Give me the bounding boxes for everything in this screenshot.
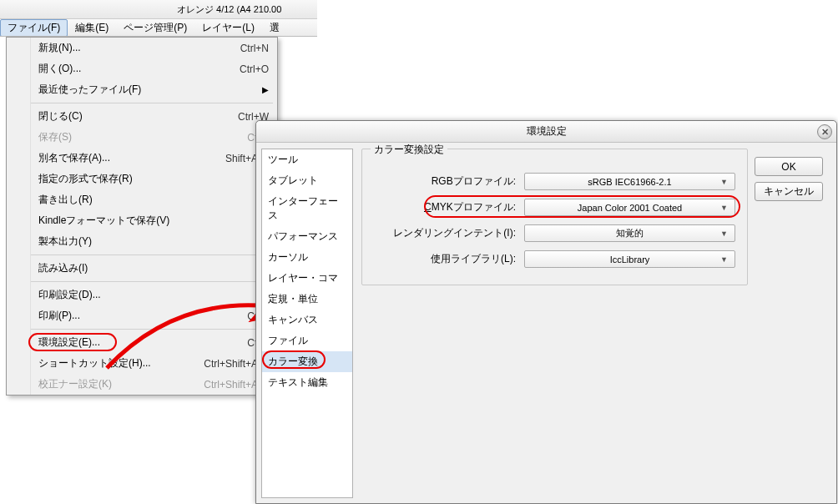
setting-label: レンダリングインテント(I): (374, 226, 516, 240)
category-item-6[interactable]: 定規・単位 (262, 289, 352, 310)
menu-item-8[interactable]: 書き出し(R) (30, 189, 277, 210)
menu-item-label: ショートカット設定(H)... (38, 356, 204, 370)
fieldset-legend: カラー変換設定 (371, 143, 447, 157)
category-item-10[interactable]: テキスト編集 (262, 372, 352, 393)
menu-item-label: 印刷設定(D)... (38, 288, 269, 302)
menu-item-10[interactable]: 製本出力(Y) (30, 231, 277, 252)
window-title: オレンジ 4/12 (A4 210.00 (177, 3, 281, 16)
menu-item-label: Kindleフォーマットで保存(V) (38, 214, 269, 228)
menu-item-14[interactable]: 印刷設定(D)... (30, 285, 277, 305)
combo-value: 知覚的 (616, 227, 644, 239)
menu-item-2[interactable]: 最近使ったファイル(F)▶ (30, 79, 277, 100)
setting-row-0: RGBプロファイル:sRGB IEC61966-2.1▼ (374, 173, 735, 190)
menubar-item-4[interactable]: 選 (262, 19, 287, 37)
category-item-2[interactable]: インターフェース (262, 191, 352, 226)
menu-separator (30, 281, 273, 282)
chevron-down-icon: ▼ (720, 204, 728, 212)
setting-label: RGBプロファイル: (374, 174, 516, 189)
menu-item-label: 保存(S) (38, 130, 247, 144)
menu-item-5: 保存(S)Ctrl+ (30, 127, 277, 148)
menu-item-label: 校正ナー設定(K) (38, 377, 204, 391)
annotation-highlight (262, 350, 326, 369)
menubar-item-0[interactable]: ファイル(F) (0, 19, 68, 37)
ok-label: OK (781, 161, 795, 173)
menu-item-15[interactable]: 印刷(P)...Ctrl+ (30, 305, 277, 326)
chevron-down-icon: ▼ (720, 229, 728, 238)
menu-item-19: 校正ナー設定(K)Ctrl+Shift+Alt+ (30, 374, 277, 395)
file-menu-dropdown: 新規(N)...Ctrl+N開く(O)...Ctrl+O最近使ったファイル(F)… (6, 37, 278, 396)
menubar-item-1[interactable]: 編集(E) (68, 19, 116, 37)
category-item-7[interactable]: キャンバス (262, 310, 352, 330)
setting-row-1: CMYKプロファイル:Japan Color 2001 Coated▼ (374, 199, 735, 216)
menubar-item-3[interactable]: レイヤー(L) (194, 19, 262, 37)
cancel-label: キャンセル (764, 184, 814, 199)
menu-separator (30, 103, 273, 103)
menu-item-12[interactable]: 読み込み(I) (30, 258, 277, 279)
color-conversion-fieldset: カラー変換設定 RGBプロファイル:sRGB IEC61966-2.1▼CMYK… (361, 149, 748, 285)
category-item-4[interactable]: カーソル (262, 247, 352, 268)
setting-combo-3[interactable]: IccLibrary▼ (524, 250, 735, 268)
menu-item-shortcut: Ctrl+N (240, 43, 269, 54)
category-item-8[interactable]: ファイル (262, 330, 352, 351)
category-item-0[interactable]: ツール (262, 149, 352, 170)
menu-item-label: 製本出力(Y) (38, 234, 269, 249)
dialog-close-button[interactable]: ✕ (817, 124, 832, 139)
category-item-1[interactable]: タブレット (262, 170, 352, 191)
menu-item-6[interactable]: 別名で保存(A)...Shift+Alt+ (30, 148, 277, 169)
cancel-button[interactable]: キャンセル (755, 182, 823, 201)
menu-item-label: 読み込み(I) (38, 261, 269, 275)
ok-button[interactable]: OK (755, 157, 823, 176)
combo-value: Japan Color 2001 Coated (578, 203, 682, 213)
category-list: ツールタブレットインターフェースパフォーマンスカーソルレイヤー・コマ定規・単位キ… (261, 149, 353, 498)
menu-item-17[interactable]: 環境設定(E)...Ctrl+ (30, 332, 277, 353)
window-title-bar: オレンジ 4/12 (A4 210.00 (0, 0, 317, 18)
category-item-3[interactable]: パフォーマンス (262, 226, 352, 247)
setting-row-3: 使用ライブラリ(L):IccLibrary▼ (374, 250, 735, 268)
setting-label: CMYKプロファイル: (374, 200, 516, 214)
chevron-down-icon: ▼ (720, 255, 728, 264)
dialog-title: 環境設定 (527, 124, 567, 139)
menubar-item-2[interactable]: ページ管理(P) (116, 19, 194, 37)
settings-panel: カラー変換設定 RGBプロファイル:sRGB IEC61966-2.1▼CMYK… (358, 149, 831, 498)
category-item-9[interactable]: カラー変換 (262, 351, 352, 372)
menu-item-1[interactable]: 開く(O)...Ctrl+O (30, 58, 277, 79)
menu-item-7[interactable]: 指定の形式で保存(R) (30, 169, 277, 189)
menu-item-label: 閉じる(C) (38, 109, 238, 123)
category-item-5[interactable]: レイヤー・コマ (262, 268, 352, 289)
close-icon: ✕ (821, 127, 829, 138)
setting-combo-1[interactable]: Japan Color 2001 Coated▼ (524, 199, 735, 216)
menu-item-label: 最近使ったファイル(F) (38, 83, 262, 97)
menubar: ファイル(F)編集(E)ページ管理(P)レイヤー(L)選 (0, 18, 317, 37)
dialog-title-bar: 環境設定 ✕ (256, 121, 836, 143)
submenu-arrow-icon: ▶ (262, 85, 269, 94)
editor-window: オレンジ 4/12 (A4 210.00 ファイル(F)編集(E)ページ管理(P… (0, 0, 317, 37)
menu-item-label: 新規(N)... (38, 41, 240, 55)
menu-item-label: 印刷(P)... (38, 309, 247, 323)
menu-item-label: 開く(O)... (38, 62, 240, 76)
setting-row-2: レンダリングインテント(I):知覚的▼ (374, 224, 735, 242)
menu-item-18[interactable]: ショートカット設定(H)...Ctrl+Shift+Alt+ (30, 353, 277, 374)
menu-separator (30, 329, 273, 330)
menu-item-label: 書き出し(R) (38, 193, 269, 207)
menu-item-label: 指定の形式で保存(R) (38, 172, 269, 186)
combo-value: sRGB IEC61966-2.1 (588, 177, 671, 187)
menu-item-label: 別名で保存(A)... (38, 151, 225, 165)
menu-separator (30, 255, 273, 255)
menu-item-shortcut: Ctrl+O (240, 63, 269, 75)
preferences-dialog: 環境設定 ✕ ツールタブレットインターフェースパフォーマンスカーソルレイヤー・コ… (255, 120, 837, 504)
menu-item-9[interactable]: Kindleフォーマットで保存(V) (30, 210, 277, 231)
menu-item-4[interactable]: 閉じる(C)Ctrl+W (30, 106, 277, 127)
setting-label: 使用ライブラリ(L): (374, 252, 516, 266)
setting-combo-0[interactable]: sRGB IEC61966-2.1▼ (524, 173, 735, 190)
menu-item-0[interactable]: 新規(N)...Ctrl+N (30, 38, 277, 58)
setting-combo-2[interactable]: 知覚的▼ (524, 224, 735, 242)
chevron-down-icon: ▼ (720, 178, 728, 186)
menu-item-label: 環境設定(E)... (38, 335, 247, 350)
combo-value: IccLibrary (610, 255, 650, 265)
